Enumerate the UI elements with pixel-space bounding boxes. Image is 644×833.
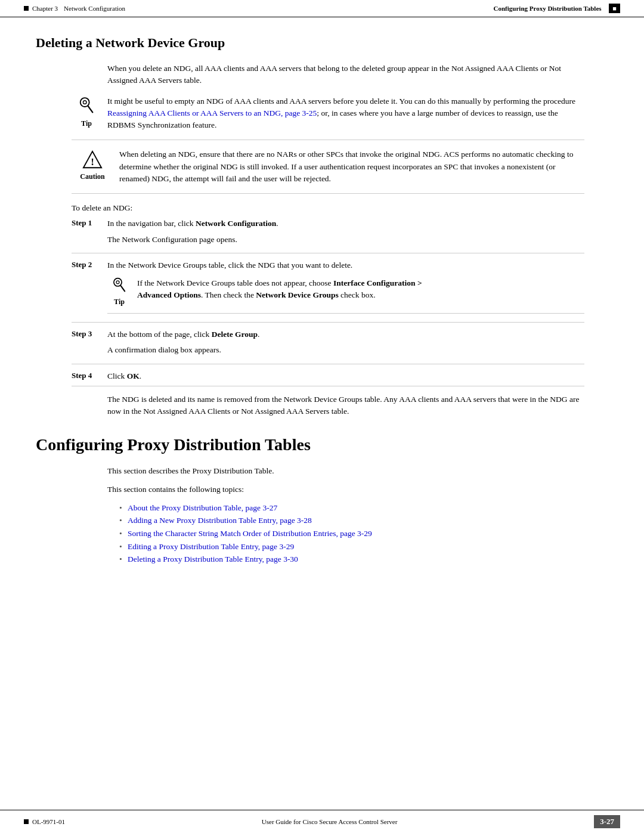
step2-label: Step 2	[72, 259, 107, 270]
step2-content: In the Network Device Groups table, clic…	[107, 259, 584, 318]
header-right-label: Configuring Proxy Distribution Tables	[494, 5, 602, 12]
section2-intro2: This section contains the following topi…	[107, 484, 584, 496]
link-item-5: Deleting a Proxy Distribution Table Entr…	[119, 553, 572, 566]
step4-label: Step 4	[72, 370, 107, 380]
footer-guide-title: User Guide for Cisco Secure Access Contr…	[262, 818, 398, 825]
step1-content: In the navigation bar, click Network Con…	[107, 218, 584, 249]
header-black-box: ■	[609, 4, 620, 13]
page-header: Chapter 3 Network Configuration Configur…	[0, 0, 644, 17]
svg-point-7	[116, 281, 119, 284]
section2-title: Configuring Proxy Distribution Tables	[36, 435, 608, 454]
svg-point-2	[83, 100, 86, 104]
header-left: Chapter 3 Network Configuration	[24, 5, 125, 12]
footer-bullet-icon	[24, 819, 29, 824]
step4-content: Click OK.	[107, 370, 584, 382]
svg-text:!: !	[91, 157, 94, 168]
step4-row: Step 4 Click OK.	[72, 370, 584, 386]
caution-label: Caution	[80, 172, 104, 181]
link-2[interactable]: Adding a New Proxy Distribution Table En…	[128, 516, 312, 525]
step3-label: Step 3	[72, 329, 107, 339]
caution-icon-col: ! Caution	[72, 148, 113, 181]
tip2-label: Tip	[114, 296, 125, 307]
tip2-bold2: Advanced Options	[137, 290, 201, 299]
link-item-3: Sorting the Character String Match Order…	[119, 527, 572, 540]
section2-link-list: About the Proxy Distribution Table, page…	[119, 501, 572, 566]
link-item-1: About the Proxy Distribution Table, page…	[119, 501, 572, 515]
step1-bold: Network Configuration	[196, 219, 276, 228]
tip1-block: Tip It might be useful to empty an NDG o…	[72, 95, 584, 141]
step3-content: At the bottom of the page, click Delete …	[107, 329, 584, 360]
tip1-label: Tip	[81, 119, 92, 128]
chapter-label: Chapter 3	[32, 5, 58, 12]
step1-row: Step 1 In the navigation bar, click Netw…	[72, 218, 584, 253]
section1-title: Deleting a Network Device Group	[36, 35, 608, 51]
section2-intro1: This section describes the Proxy Distrib…	[107, 465, 584, 477]
step4-bold: OK	[127, 371, 140, 380]
header-bullet-icon	[24, 6, 29, 11]
step3-row: Step 3 At the bottom of the page, click …	[72, 329, 584, 364]
svg-point-5	[114, 278, 122, 286]
caution-block: ! Caution When deleting an NDG, ensure t…	[72, 148, 584, 194]
step1-label: Step 1	[72, 218, 107, 228]
steps-area: Step 1 In the navigation bar, click Netw…	[72, 218, 584, 386]
tip-icon	[78, 97, 95, 117]
svg-line-1	[88, 106, 92, 112]
tip1-text: It might be useful to empty an NDG of AA…	[107, 95, 584, 132]
caution-text: When deleting an NDG, ensure that there …	[119, 148, 584, 185]
link-item-4: Editing a Proxy Distribution Table Entry…	[119, 540, 572, 553]
footer-doc-id: OL-9971-01	[32, 818, 65, 825]
section1-body1: When you delete an NDG, all AAA clients …	[107, 63, 584, 87]
link-4[interactable]: Editing a Proxy Distribution Table Entry…	[128, 542, 294, 551]
link-5[interactable]: Deleting a Proxy Distribution Table Entr…	[128, 555, 298, 563]
footer-left: OL-9971-01	[24, 818, 65, 825]
tip2-icon	[112, 277, 127, 295]
link-1[interactable]: About the Proxy Distribution Table, page…	[128, 503, 277, 512]
page-number-box: 3-27	[594, 815, 620, 828]
svg-point-0	[80, 98, 89, 107]
page-footer: OL-9971-01 User Guide for Cisco Secure A…	[0, 810, 644, 833]
tip1-icon-col: Tip	[72, 95, 101, 128]
step3-bold: Delete Group	[212, 330, 258, 339]
page-number: 3-27	[600, 817, 614, 826]
tip2-icon-col: Tip	[107, 277, 131, 307]
step3-sub: A confirmation dialog box appears.	[107, 344, 584, 356]
chapter-title: Network Configuration	[64, 5, 125, 12]
link-item-2: Adding a New Proxy Distribution Table En…	[119, 514, 572, 527]
tip1-link[interactable]: Reassigning AAA Clients or AAA Servers t…	[107, 109, 317, 117]
header-right: Configuring Proxy Distribution Tables ■	[494, 5, 620, 12]
tip2-text: If the Network Device Groups table does …	[137, 277, 584, 302]
caution-icon: !	[82, 150, 103, 170]
step1-sub: The Network Configuration page opens.	[107, 234, 584, 246]
svg-line-6	[121, 286, 125, 291]
tip2-bold3: Network Device Groups	[256, 290, 338, 299]
main-content: Deleting a Network Device Group When you…	[0, 17, 644, 608]
tip2-bold1: Interface Configuration >	[333, 278, 422, 287]
step2-row: Step 2 In the Network Device Groups tabl…	[72, 259, 584, 323]
section1-final-text: The NDG is deleted and its name is remov…	[107, 394, 584, 418]
tip2-block: Tip If the Network Device Groups table d…	[107, 277, 584, 314]
link-3[interactable]: Sorting the Character String Match Order…	[128, 529, 372, 538]
to-delete-para: To delete an NDG:	[72, 202, 584, 214]
